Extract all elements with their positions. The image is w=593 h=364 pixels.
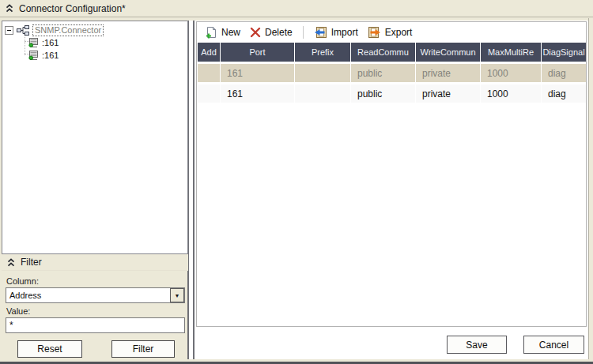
- cell-port[interactable]: 161: [221, 84, 294, 103]
- save-button[interactable]: Save: [447, 336, 507, 354]
- connector-configuration-window: Connector Configuration* SNMP.Connector: [0, 0, 593, 364]
- column-header-maxmultire[interactable]: MaxMultiRe: [481, 43, 541, 62]
- tree-collapse-toggle[interactable]: [5, 26, 13, 35]
- column-header-readcommu[interactable]: ReadCommu: [351, 43, 415, 62]
- column-header-writecommun[interactable]: WriteCommun: [416, 43, 480, 62]
- value-label: Value:: [6, 306, 30, 316]
- reset-button[interactable]: Reset: [17, 340, 82, 358]
- table-row-selected[interactable]: 161 public private 1000 diag: [198, 64, 586, 82]
- cell-prefix[interactable]: [295, 64, 350, 82]
- export-button-label: Export: [385, 27, 413, 38]
- column-header-port[interactable]: Port: [221, 43, 294, 62]
- toolbar-separator: [303, 26, 304, 39]
- panel-splitter-edge: [193, 21, 195, 359]
- new-button[interactable]: New: [202, 24, 244, 40]
- cell-port[interactable]: 161: [221, 64, 294, 82]
- connector-detail-panel: New Delete Import: [196, 21, 587, 327]
- tree-node-device-2[interactable]: :161: [28, 49, 59, 62]
- column-select-value: Address: [6, 291, 170, 300]
- collapse-icon: [7, 258, 15, 267]
- filter-section-title: Filter: [21, 257, 42, 268]
- new-button-label: New: [221, 27, 240, 38]
- cell-diagsignal[interactable]: diag: [542, 84, 586, 103]
- cell-readcommu[interactable]: public: [351, 64, 415, 82]
- cell-writecommun[interactable]: private: [416, 84, 480, 103]
- tree-node-device-1[interactable]: :161: [28, 36, 59, 49]
- filter-button[interactable]: Filter: [111, 340, 175, 358]
- section-header-filter[interactable]: Filter: [2, 254, 188, 271]
- delete-x-icon: [250, 27, 261, 38]
- cell-readcommu[interactable]: public: [351, 84, 415, 103]
- network-device-icon: [28, 38, 39, 48]
- import-button-label: Import: [331, 27, 358, 38]
- cell-writecommun[interactable]: private: [416, 64, 480, 82]
- window-right-border: [588, 18, 589, 359]
- value-input[interactable]: [6, 317, 185, 333]
- table-row[interactable]: 161 public private 1000 diag: [198, 84, 586, 103]
- delete-button-label: Delete: [265, 27, 293, 38]
- column-header-add[interactable]: Add: [198, 43, 220, 62]
- tree-node-label[interactable]: :161: [42, 51, 59, 60]
- cell-maxmultire[interactable]: 1000: [481, 84, 541, 103]
- network-device-icon: [28, 51, 39, 61]
- grid-header-row: Add Port Prefix ReadCommu WriteCommun Ma…: [198, 43, 586, 62]
- import-button[interactable]: Import: [311, 25, 361, 39]
- new-page-icon: [205, 26, 217, 39]
- section-header-connector-configuration[interactable]: Connector Configuration*: [0, 0, 593, 17]
- tree-connector-line: [25, 35, 26, 55]
- column-label: Column:: [6, 276, 39, 286]
- tree-node-label[interactable]: :161: [42, 38, 59, 47]
- tree-node-snmp-connector[interactable]: SNMP.Connector: [5, 24, 104, 36]
- column-header-prefix[interactable]: Prefix: [295, 43, 350, 62]
- connector-hierarchy-icon: [17, 25, 29, 36]
- page-title: Connector Configuration*: [19, 3, 126, 14]
- connector-grid: Add Port Prefix ReadCommu WriteCommun Ma…: [198, 43, 586, 103]
- grid-toolbar: New Delete Import: [197, 22, 586, 43]
- cell-add[interactable]: [198, 64, 220, 82]
- column-header-diagsignal[interactable]: DiagSignal: [542, 43, 586, 62]
- export-button[interactable]: Export: [364, 25, 416, 39]
- cell-prefix[interactable]: [295, 84, 350, 103]
- column-select[interactable]: Address ▼: [6, 287, 185, 303]
- import-icon: [314, 27, 327, 38]
- cell-diagsignal[interactable]: diag: [542, 64, 586, 82]
- export-icon: [368, 27, 381, 38]
- cell-maxmultire[interactable]: 1000: [481, 64, 541, 82]
- collapse-icon: [6, 4, 13, 13]
- cell-add[interactable]: [198, 84, 220, 103]
- cancel-button[interactable]: Cancel: [523, 336, 584, 354]
- tree-node-label[interactable]: SNMP.Connector: [32, 24, 104, 36]
- chevron-down-icon[interactable]: ▼: [170, 288, 184, 302]
- delete-button[interactable]: Delete: [247, 25, 296, 39]
- connector-tree: SNMP.Connector :161 :161: [2, 21, 188, 254]
